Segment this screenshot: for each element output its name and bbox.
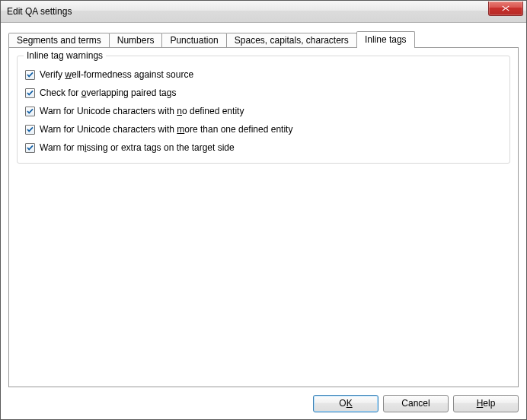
tab-punctuation[interactable]: Punctuation (161, 33, 226, 48)
ok-button[interactable]: OK (313, 395, 378, 412)
close-button[interactable] (488, 2, 523, 16)
tab-page-inline-tags: Inline tag warnings Verify well-formedne… (8, 47, 519, 387)
tab-segments-and-terms[interactable]: Segments and terms (8, 33, 110, 48)
cancel-button[interactable]: Cancel (383, 395, 449, 412)
option-verify-wellformedness[interactable]: Verify well-formedness against source (25, 69, 502, 81)
option-label: Warn for Unicode characters with no defi… (40, 106, 244, 117)
tab-label: Punctuation (170, 35, 218, 46)
dialog-window: Edit QA settings Segments and terms Numb… (0, 0, 527, 420)
tab-label: Inline tags (365, 34, 407, 45)
close-icon (502, 5, 509, 11)
group-inline-tag-warnings: Inline tag warnings Verify well-formedne… (17, 56, 510, 164)
button-label: OK (339, 398, 352, 409)
tab-numbers[interactable]: Numbers (109, 33, 163, 48)
tab-label: Spaces, capitals, characters (235, 35, 349, 46)
option-label: Check for overlapping paired tags (40, 88, 176, 99)
option-check-overlapping-paired-tags[interactable]: Check for overlapping paired tags (25, 88, 502, 99)
titlebar: Edit QA settings (1, 1, 526, 23)
button-label: Cancel (401, 398, 430, 409)
option-warn-unicode-no-defined-entity[interactable]: Warn for Unicode characters with no defi… (25, 106, 502, 117)
tab-label: Numbers (117, 35, 155, 46)
option-label: Warn for missing or extra tags on the ta… (40, 142, 235, 154)
client-area: Segments and terms Numbers Punctuation S… (1, 23, 526, 387)
option-label: Verify well-formedness against source (40, 69, 193, 81)
checkbox[interactable] (25, 143, 35, 153)
checkbox[interactable] (25, 88, 35, 98)
checkbox[interactable] (25, 70, 35, 80)
group-legend: Inline tag warnings (24, 50, 106, 61)
tab-label: Segments and terms (17, 35, 101, 46)
option-label: Warn for Unicode characters with more th… (40, 124, 292, 135)
tab-strip: Segments and terms Numbers Punctuation S… (8, 30, 519, 47)
help-button[interactable]: Help (453, 395, 519, 412)
button-label: Help (477, 398, 496, 409)
tab-spaces-capitals-characters[interactable]: Spaces, capitals, characters (226, 33, 357, 48)
option-warn-unicode-more-than-one-entity[interactable]: Warn for Unicode characters with more th… (25, 124, 502, 135)
checkbox[interactable] (25, 107, 35, 116)
dialog-footer: OK Cancel Help (1, 387, 526, 419)
option-warn-missing-or-extra-tags[interactable]: Warn for missing or extra tags on the ta… (25, 142, 502, 154)
checkbox[interactable] (25, 125, 35, 135)
window-title: Edit QA settings (7, 6, 488, 17)
tab-inline-tags[interactable]: Inline tags (356, 31, 415, 48)
